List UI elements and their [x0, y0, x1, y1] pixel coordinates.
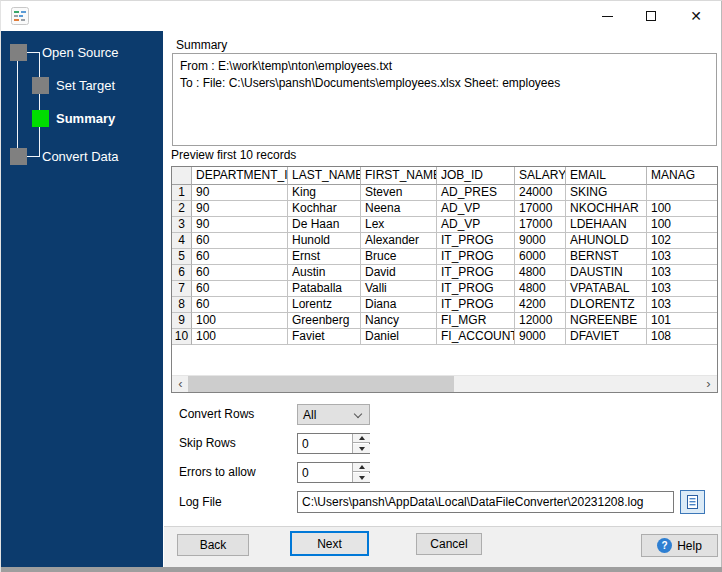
table-cell: 90: [192, 185, 288, 201]
table-cell: Ernst: [288, 249, 361, 265]
cancel-button[interactable]: Cancel: [416, 533, 482, 555]
table-cell: Lex: [361, 217, 437, 233]
table-cell: 108: [647, 329, 718, 345]
help-button[interactable]: ? Help: [641, 534, 718, 557]
document-icon: [686, 495, 699, 510]
summary-box: From : E:\work\temp\nton\employees.txt T…: [172, 53, 717, 146]
errors-to-allow-input[interactable]: [298, 463, 350, 482]
table-cell: 4200: [515, 297, 566, 313]
preview-label: Preview first 10 records: [171, 148, 296, 162]
skip-rows-stepper: [297, 433, 370, 454]
sidebar-item-set-target: Set Target: [56, 77, 115, 94]
log-file-label: Log File: [179, 492, 222, 513]
step-square-open-source: [10, 44, 27, 61]
step-connector-line: [26, 156, 40, 157]
next-button-label: Next: [317, 537, 342, 551]
table-cell: 103: [647, 265, 718, 281]
table-row[interactable]: 190KingStevenAD_PRES24000SKING: [172, 185, 718, 201]
table-cell: Bruce: [361, 249, 437, 265]
table-cell: IT_PROG: [437, 233, 515, 249]
row-number-cell: 3: [172, 217, 192, 233]
summary-from-line: From : E:\work\temp\nton\employees.txt: [180, 58, 709, 75]
spin-up-button[interactable]: [353, 463, 370, 472]
help-icon: ?: [657, 538, 672, 553]
spin-down-button[interactable]: [353, 473, 370, 482]
spin-down-icon: [359, 476, 365, 480]
step-square-set-target: [32, 77, 49, 94]
table-row[interactable]: 290KochharNeenaAD_VP17000NKOCHHAR100: [172, 201, 718, 217]
wizard-steps-sidebar: Open Source Set Target Summary Convert D…: [1, 31, 163, 567]
column-header[interactable]: MANAG: [647, 167, 718, 185]
table-row[interactable]: 660AustinDavidIT_PROG4800DAUSTIN103: [172, 265, 718, 281]
convert-rows-label: Convert Rows: [179, 404, 254, 425]
table-row[interactable]: 390De HaanLexAD_VP17000LDEHAAN100: [172, 217, 718, 233]
step-connector-line: [17, 61, 18, 148]
table-cell: King: [288, 185, 361, 201]
spin-up-button[interactable]: [353, 434, 370, 443]
column-header[interactable]: JOB_ID: [437, 167, 515, 185]
maximize-icon: [646, 11, 656, 21]
table-cell: Kochhar: [288, 201, 361, 217]
scroll-right-icon[interactable]: ›: [700, 376, 717, 393]
convert-rows-select[interactable]: All: [297, 404, 370, 425]
table-cell: Greenberg: [288, 313, 361, 329]
row-number-cell: 6: [172, 265, 192, 281]
table-row[interactable]: 460HunoldAlexanderIT_PROG9000AHUNOLD102: [172, 233, 718, 249]
step-connector-line: [39, 52, 40, 157]
table-cell: Hunold: [288, 233, 361, 249]
spin-down-icon: [359, 447, 365, 451]
table-row[interactable]: 860LorentzDianaIT_PROG4200DLORENTZ103: [172, 297, 718, 313]
table-cell: Faviet: [288, 329, 361, 345]
table-cell: 100: [192, 313, 288, 329]
column-header[interactable]: DEPARTMENT_ID: [192, 167, 288, 185]
scroll-left-icon[interactable]: ‹: [172, 376, 189, 393]
next-button[interactable]: Next: [290, 531, 369, 556]
table-cell: 103: [647, 249, 718, 265]
log-file-browse-button[interactable]: [680, 490, 705, 514]
table-cell: 60: [192, 297, 288, 313]
app-icon: [11, 7, 29, 25]
table-cell: 90: [192, 217, 288, 233]
table-cell: 103: [647, 281, 718, 297]
table-cell: 90: [192, 201, 288, 217]
table-cell: AD_PRES: [437, 185, 515, 201]
table-cell: [647, 185, 718, 201]
column-header[interactable]: FIRST_NAME: [361, 167, 437, 185]
table-header-row: DEPARTMENT_IDLAST_NAMEFIRST_NAMEJOB_IDSA…: [172, 167, 718, 185]
back-button[interactable]: Back: [177, 534, 249, 556]
sidebar-item-convert-data: Convert Data: [42, 148, 119, 165]
table-row[interactable]: 10100FavietDanielFI_ACCOUNT9000DFAVIET10…: [172, 329, 718, 345]
spin-down-button[interactable]: [353, 444, 370, 453]
maximize-button[interactable]: [629, 1, 673, 31]
log-file-input[interactable]: [297, 491, 674, 513]
chevron-down-icon: [354, 410, 362, 418]
table-cell: IT_PROG: [437, 249, 515, 265]
corner-header-cell: [172, 167, 192, 185]
table-cell: BERNST: [566, 249, 647, 265]
footer-bar: Back Next Cancel ? Help: [164, 526, 722, 567]
table-row[interactable]: 9100GreenbergNancyFI_MGR12000NGREENBE101: [172, 313, 718, 329]
table-cell: De Haan: [288, 217, 361, 233]
errors-to-allow-label: Errors to allow: [179, 462, 256, 483]
scrollbar-thumb[interactable]: [188, 376, 454, 393]
table-cell: 9000: [515, 329, 566, 345]
minimize-button[interactable]: [585, 1, 629, 31]
table-cell: 17000: [515, 217, 566, 233]
table-cell: Diana: [361, 297, 437, 313]
skip-rows-input[interactable]: [298, 434, 350, 453]
table-cell: 100: [192, 329, 288, 345]
table-cell: Lorentz: [288, 297, 361, 313]
column-header[interactable]: SALARY: [515, 167, 566, 185]
close-button[interactable]: ✕: [673, 1, 719, 31]
step-square-convert-data: [10, 148, 27, 165]
table-row[interactable]: 560ErnstBruceIT_PROG6000BERNST103: [172, 249, 718, 265]
column-header[interactable]: EMAIL: [566, 167, 647, 185]
table-cell: 100: [647, 217, 718, 233]
horizontal-scrollbar[interactable]: ‹ ›: [172, 375, 717, 392]
table-cell: Steven: [361, 185, 437, 201]
table-cell: IT_PROG: [437, 281, 515, 297]
minimize-icon: [602, 16, 613, 17]
column-header[interactable]: LAST_NAME: [288, 167, 361, 185]
table-row[interactable]: 760PataballaValliIT_PROG4800VPATABAL103: [172, 281, 718, 297]
table-cell: 60: [192, 265, 288, 281]
